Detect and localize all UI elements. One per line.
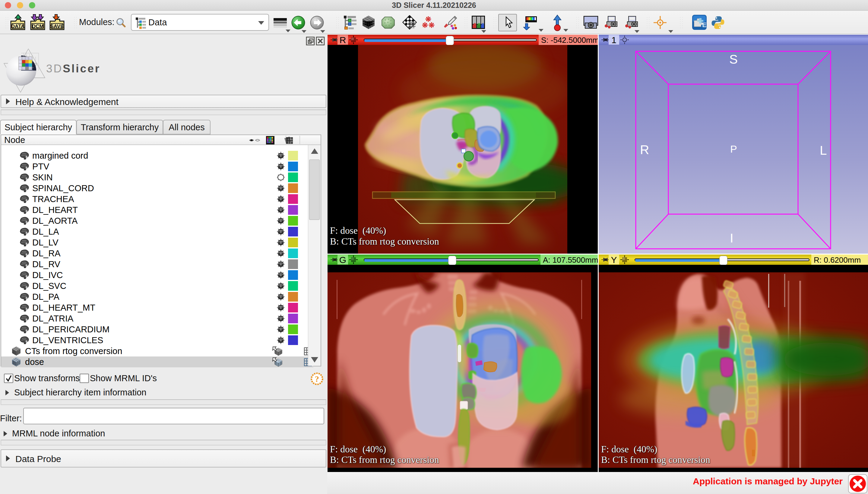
svg-text:DCM: DCM — [32, 23, 44, 29]
svg-text:P: P — [730, 143, 737, 155]
svg-text:S: S — [729, 52, 738, 66]
svg-text:I: I — [730, 231, 733, 245]
svg-text:R: R — [640, 142, 649, 157]
svg-text:SAVE: SAVE — [50, 23, 64, 29]
svg-text:E: E — [702, 21, 707, 28]
svg-text:L: L — [820, 143, 827, 157]
svg-text:?: ? — [315, 374, 319, 384]
svg-text:❊: ❊ — [428, 21, 435, 29]
svg-text:DATA: DATA — [11, 23, 25, 29]
svg-text:❊: ❊ — [422, 21, 428, 29]
